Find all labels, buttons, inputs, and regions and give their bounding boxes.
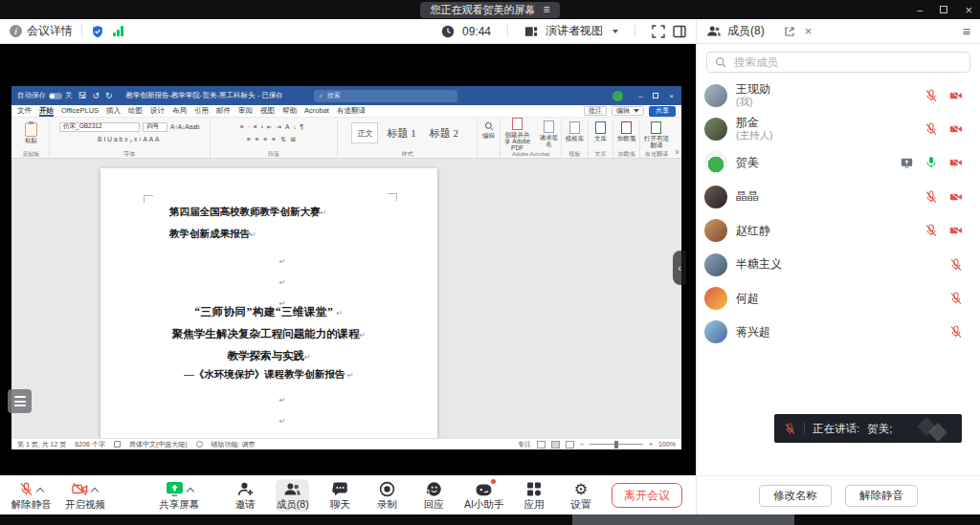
member-row[interactable]: 贺美: [697, 146, 980, 180]
toolbar-start-video[interactable]: 开启视频: [65, 479, 104, 512]
mic-options-chevron[interactable]: [36, 487, 44, 494]
focus-mode-button[interactable]: 专注: [518, 440, 531, 449]
style-option[interactable]: 正文: [351, 122, 378, 143]
proofing-icon[interactable]: [114, 441, 121, 448]
font-tool[interactable]: ab: [192, 122, 199, 132]
toolbar-members[interactable]: 成员(8): [276, 479, 309, 512]
editing-group-label[interactable]: 编辑: [482, 132, 495, 139]
paste-label[interactable]: 粘贴: [25, 137, 37, 145]
paragraph-tool[interactable]: ≡¹: [254, 122, 267, 132]
close-panel-icon[interactable]: ×: [805, 24, 813, 38]
word-account-avatar[interactable]: [612, 91, 623, 101]
font-tool[interactable]: ab: [114, 135, 124, 144]
font-tool[interactable]: A↑: [170, 122, 178, 132]
paragraph-tool[interactable]: A↓: [285, 122, 301, 132]
word-menu-tab[interactable]: 引用: [194, 105, 209, 117]
annotation-toolbar-button[interactable]: [8, 389, 32, 413]
redo-icon[interactable]: ↻: [105, 92, 113, 100]
zoom-slider[interactable]: [590, 444, 643, 445]
word-menu-tab[interactable]: 开始: [39, 105, 54, 117]
font-tool[interactable]: Aa: [185, 122, 192, 132]
font-tool[interactable]: x²: [134, 135, 143, 144]
accessibility-status[interactable]: 辅助功能: 调查: [212, 440, 256, 449]
fullscreen-icon[interactable]: [652, 25, 665, 38]
templates-button[interactable]: 模板库: [566, 135, 585, 142]
toolbar-invite[interactable]: 邀请: [229, 479, 261, 512]
toolbar-record[interactable]: 录制: [370, 479, 403, 512]
toolbar-share-screen[interactable]: 共享屏幕: [160, 479, 199, 512]
word-menu-tab[interactable]: 视图: [260, 105, 275, 117]
unmute-button[interactable]: 解除静音: [845, 485, 918, 507]
zoom-in-button[interactable]: +: [649, 441, 653, 448]
view-mode-selector[interactable]: 演讲者视图: [546, 23, 603, 39]
window-close-button[interactable]: ×: [965, 3, 972, 17]
word-menu-tab[interactable]: 绘图: [128, 105, 143, 117]
member-row[interactable]: 蒋兴超: [697, 316, 980, 349]
word-search-box[interactable]: ⌕ 搜索: [314, 90, 457, 102]
addins-button[interactable]: 加载项: [617, 135, 636, 142]
zoom-level[interactable]: 100%: [658, 441, 676, 448]
font-tool[interactable]: x₂: [124, 135, 134, 144]
panel-menu-icon[interactable]: ≡: [963, 24, 970, 39]
library-button[interactable]: 文库: [594, 135, 607, 142]
paragraph-tool[interactable]: ⇅: [280, 135, 290, 144]
word-menu-tab[interactable]: 有道翻译: [337, 105, 366, 117]
toolbar-apps[interactable]: 应用: [518, 479, 550, 512]
paragraph-tool[interactable]: ≡: [264, 135, 273, 144]
font-tool[interactable]: A: [155, 135, 161, 144]
toolbar-settings[interactable]: ⚙ 设置: [565, 479, 597, 512]
banner-menu-icon[interactable]: ≡: [543, 4, 549, 15]
read-mode-icon[interactable]: [537, 441, 546, 448]
word-close-button[interactable]: ×: [669, 92, 674, 100]
word-menu-tab[interactable]: 插入: [106, 105, 121, 117]
web-layout-icon[interactable]: [566, 441, 574, 448]
word-menu-tab[interactable]: Acrobat: [304, 105, 329, 117]
word-menu-tab[interactable]: 设计: [150, 105, 165, 117]
ribbon-collapse-icon[interactable]: ∨: [675, 148, 679, 158]
word-restore-button[interactable]: [653, 93, 658, 98]
toolbar-ai-assistant[interactable]: AI小助手: [464, 479, 503, 512]
word-minimize-button[interactable]: –: [638, 92, 642, 100]
paragraph-tool[interactable]: ⇤: [267, 122, 276, 132]
word-autosave-toggle[interactable]: 自动保存 关: [17, 91, 73, 100]
word-menu-tab[interactable]: 审阅: [238, 105, 253, 117]
member-row[interactable]: 晶晶: [697, 180, 980, 213]
find-icon[interactable]: [484, 121, 494, 131]
member-row[interactable]: 那金(主持人): [697, 112, 980, 145]
window-restore-button[interactable]: [940, 6, 947, 13]
sidebar-toggle-icon[interactable]: [673, 25, 686, 38]
leave-meeting-button[interactable]: 离开会议: [612, 483, 682, 508]
zoom-out-button[interactable]: −: [580, 441, 584, 448]
page-indicator[interactable]: 第 1 页, 共 12 页: [17, 440, 66, 449]
undo-icon[interactable]: ↺: [93, 92, 100, 100]
member-search-input[interactable]: [732, 55, 962, 69]
word-menu-tab[interactable]: OfficePLUS: [61, 105, 99, 117]
paragraph-tool[interactable]: ≡: [272, 135, 280, 144]
paragraph-tool[interactable]: ≡: [247, 135, 256, 144]
member-row[interactable]: 何超: [697, 281, 980, 315]
adobe-request-signature-button[interactable]: 请求签名: [539, 119, 560, 147]
style-option[interactable]: 标题 1: [382, 122, 420, 143]
paragraph-tool[interactable]: ≡·: [240, 122, 254, 132]
paste-icon[interactable]: [25, 122, 37, 137]
share-document-button[interactable]: 共享: [649, 106, 676, 117]
window-minimize-button[interactable]: –: [917, 4, 923, 15]
paragraph-tool[interactable]: ⇥: [276, 122, 284, 132]
toolbar-unmute[interactable]: 解除静音: [11, 479, 51, 512]
rename-button[interactable]: 修改名称: [759, 485, 832, 507]
font-tool[interactable]: A↓: [178, 122, 186, 132]
member-search-box[interactable]: [706, 52, 970, 73]
word-document-area[interactable]: 第四届全国高校教师教学创新大赛↵ 教学创新成果报告↵ ↵ ↵ ↵ “三师协同”构…: [11, 159, 681, 438]
style-option[interactable]: 标题 2: [425, 122, 463, 143]
paragraph-tool[interactable]: ≡: [256, 135, 264, 144]
editing-mode-button[interactable]: 编辑: [612, 106, 644, 116]
member-row[interactable]: 王现勋(我): [697, 78, 980, 112]
paragraph-tool[interactable]: ¶: [300, 122, 307, 132]
meeting-details-link[interactable]: 会议详情: [27, 23, 73, 39]
word-count[interactable]: 6206 个字: [75, 440, 105, 449]
toolbar-reactions[interactable]: 回应: [417, 479, 450, 512]
font-name-select[interactable]: 仿宋_GB2312: [59, 122, 140, 132]
member-row[interactable]: 半糖主义: [697, 248, 980, 281]
word-menu-tab[interactable]: 邮件: [216, 105, 231, 117]
youdao-button[interactable]: 打开有道翻译: [642, 135, 671, 148]
